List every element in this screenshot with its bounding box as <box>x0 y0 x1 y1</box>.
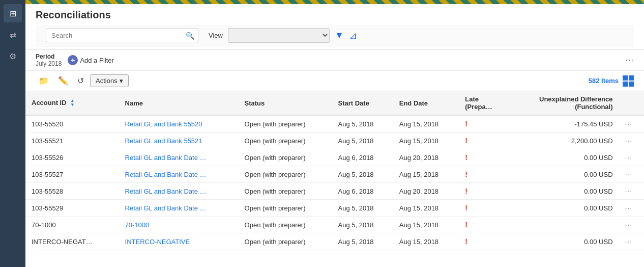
cell-end-date: Aug 15, 2018 <box>393 166 459 183</box>
view-select[interactable] <box>228 28 330 43</box>
filter-icon[interactable]: ▼ <box>335 30 344 41</box>
cell-name[interactable]: Retail GL and Bank 55520 <box>119 115 239 132</box>
edit-button[interactable]: ✏️ <box>55 74 71 88</box>
table-row: 103-55520 Retail GL and Bank 55520 Open … <box>25 115 644 132</box>
row-dots-icon[interactable]: ··· <box>625 170 633 178</box>
row-dots-icon[interactable]: ··· <box>625 204 633 212</box>
cell-end-date: Aug 15, 2018 <box>393 200 459 217</box>
table-row: 103-55521 Retail GL and Bank 55521 Open … <box>25 132 644 149</box>
cell-name[interactable]: INTERCO-NEGATIVE <box>119 233 239 250</box>
table-row: 103-55529 Retail GL and Bank Date … Open… <box>25 200 644 217</box>
add-filter-label: Add a Filter <box>80 57 113 64</box>
cell-start-date: Aug 6, 2018 <box>332 149 393 166</box>
row-dots-icon[interactable]: ··· <box>625 187 633 195</box>
filter-funnel-icon[interactable]: ⊿ <box>349 30 358 42</box>
cell-end-date: Aug 20, 2018 <box>393 149 459 166</box>
cell-status: Open (with preparer) <box>239 200 332 217</box>
table-row: 70-1000 70-1000 Open (with preparer) Aug… <box>25 217 644 233</box>
cell-account-id: 103-55528 <box>25 183 119 200</box>
late-exclamation-icon: ! <box>465 187 467 195</box>
late-exclamation-icon: ! <box>465 137 467 145</box>
cell-name[interactable]: Retail GL and Bank 55521 <box>119 132 239 149</box>
cell-row-actions[interactable]: ··· <box>619 183 644 200</box>
cell-late: ! <box>459 183 509 200</box>
cell-diff: 0.00 USD <box>509 233 619 250</box>
cell-name[interactable]: Retail GL and Bank Date … <box>119 200 239 217</box>
filter-more-button[interactable]: ··· <box>626 56 634 65</box>
top-decorative-bar <box>25 0 644 4</box>
search-input[interactable] <box>46 29 198 42</box>
actions-button[interactable]: Actions ▾ <box>90 74 129 87</box>
add-filter-plus-icon: + <box>68 55 78 65</box>
sidebar-icon-home[interactable]: ⊞ <box>4 4 22 22</box>
row-dots-icon[interactable]: ··· <box>625 120 633 128</box>
home-icon: ⊞ <box>10 9 16 18</box>
folder-button[interactable]: 📁 <box>36 74 52 88</box>
cell-status: Open (with preparer) <box>239 132 332 149</box>
cell-end-date: Aug 20, 2018 <box>393 183 459 200</box>
cell-account-id: 103-55526 <box>25 149 119 166</box>
cell-name[interactable]: Retail GL and Bank Date … <box>119 149 239 166</box>
actions-dropdown-icon: ▾ <box>120 77 123 85</box>
cell-account-id: INTERCO-NEGAT… <box>25 233 119 250</box>
cell-diff: -175.45 USD <box>509 115 619 132</box>
sort-desc-icon: ▼ <box>70 103 74 107</box>
late-exclamation-icon: ! <box>465 204 467 212</box>
cell-row-actions[interactable]: ··· <box>619 217 644 233</box>
cell-start-date: Aug 6, 2018 <box>332 183 393 200</box>
cell-start-date: Aug 5, 2018 <box>332 200 393 217</box>
cell-row-actions[interactable]: ··· <box>619 233 644 250</box>
items-count: 582 Items <box>589 77 619 85</box>
sidebar-icon-transfer[interactable]: ⇄ <box>4 25 22 44</box>
table-header-row: Account ID ▲ ▼ Name Status Start Date En… <box>25 91 644 115</box>
view-label: View <box>209 32 223 39</box>
page-title: Reconciliations <box>36 9 634 21</box>
cell-late: ! <box>459 149 509 166</box>
actions-label: Actions <box>96 77 118 85</box>
cell-account-id: 103-55521 <box>25 132 119 149</box>
row-dots-icon[interactable]: ··· <box>625 237 633 246</box>
cell-start-date: Aug 5, 2018 <box>332 217 393 233</box>
col-end-date: End Date <box>393 91 459 115</box>
cell-name[interactable]: Retail GL and Bank Date … <box>119 183 239 200</box>
cell-row-actions[interactable]: ··· <box>619 200 644 217</box>
col-actions <box>619 91 644 115</box>
cell-start-date: Aug 5, 2018 <box>332 115 393 132</box>
row-dots-icon[interactable]: ··· <box>625 137 633 145</box>
cell-late: ! <box>459 233 509 250</box>
grid-view-button[interactable] <box>623 75 634 87</box>
search-icon: 🔍 <box>186 32 194 40</box>
cell-diff: 2,200.00 USD <box>509 132 619 149</box>
table-wrapper: Account ID ▲ ▼ Name Status Start Date En… <box>25 91 644 267</box>
row-dots-icon[interactable]: ··· <box>625 221 633 229</box>
action-toolbar-right: 582 Items <box>589 75 634 87</box>
refresh-button[interactable]: ↺ <box>74 74 87 88</box>
cell-row-actions[interactable]: ··· <box>619 166 644 183</box>
cell-row-actions[interactable]: ··· <box>619 132 644 149</box>
cell-status: Open (with preparer) <box>239 233 332 250</box>
late-exclamation-icon: ! <box>465 170 467 178</box>
cell-status: Open (with preparer) <box>239 115 332 132</box>
action-toolbar: 📁 ✏️ ↺ Actions ▾ 582 Items <box>25 71 644 91</box>
sidebar-icon-network[interactable]: ⚙ <box>4 47 22 65</box>
cell-start-date: Aug 5, 2018 <box>332 132 393 149</box>
cell-row-actions[interactable]: ··· <box>619 115 644 132</box>
network-icon: ⚙ <box>9 51 16 61</box>
col-name: Name <box>119 91 239 115</box>
add-filter-button[interactable]: + Add a Filter <box>68 55 113 65</box>
cell-account-id: 103-55529 <box>25 200 119 217</box>
cell-start-date: Aug 5, 2018 <box>332 166 393 183</box>
sidebar: ⊞ ⇄ ⚙ <box>0 0 25 267</box>
cell-diff: 0.00 USD <box>509 183 619 200</box>
cell-row-actions[interactable]: ··· <box>619 149 644 166</box>
cell-name[interactable]: 70-1000 <box>119 217 239 233</box>
row-dots-icon[interactable]: ··· <box>625 153 633 162</box>
folder-icon: 📁 <box>39 76 49 85</box>
table-body: 103-55520 Retail GL and Bank 55520 Open … <box>25 115 644 250</box>
cell-name[interactable]: Retail GL and Bank Date … <box>119 166 239 183</box>
sort-icons[interactable]: ▲ ▼ <box>70 99 74 107</box>
cell-account-id: 103-55527 <box>25 166 119 183</box>
cell-late: ! <box>459 132 509 149</box>
cell-late: ! <box>459 200 509 217</box>
cell-status: Open (with preparer) <box>239 166 332 183</box>
